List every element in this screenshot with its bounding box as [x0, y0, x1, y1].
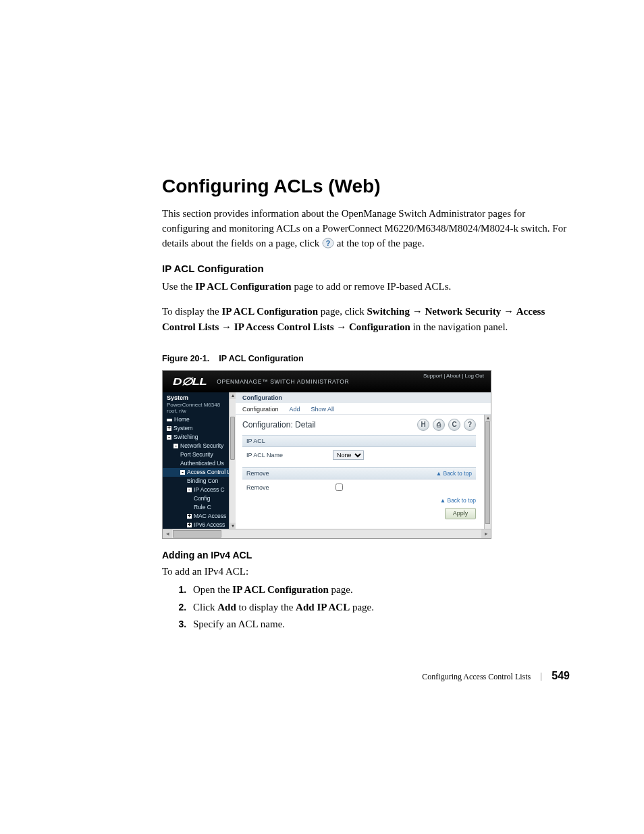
- step-2: Click Add to display the Add IP ACL page…: [189, 599, 570, 617]
- content-area: ▴ ▾ Configuration: Detail H ⎙ C ?: [236, 415, 491, 525]
- sidebar-item-network-security[interactable]: -Network Security: [163, 442, 236, 450]
- breadcrumb: Configuration: [236, 392, 491, 403]
- subsection-lead: To add an IPv4 ACL:: [162, 565, 570, 579]
- screenshot-ip-acl-config: D∅LL OPENMANAGE™ SWITCH ADMINISTRATOR Su…: [162, 370, 491, 539]
- footer-page-number: 549: [552, 670, 570, 681]
- tab-configuration[interactable]: Configuration: [242, 406, 279, 414]
- scroll-right-icon[interactable]: ▸: [481, 529, 491, 538]
- sidebar-item-rule[interactable]: Rule C: [163, 503, 236, 512]
- intro-tail: at the top of the page.: [337, 238, 425, 249]
- tab-add[interactable]: Add: [290, 406, 300, 414]
- tab-bar: Configuration Add Show All: [236, 403, 491, 415]
- sidebar-item-binding[interactable]: Binding Con: [163, 477, 236, 486]
- ipacl-name-select[interactable]: None: [333, 450, 364, 460]
- page-title: Configuring ACLs (Web): [162, 176, 570, 197]
- text: page, click: [318, 306, 367, 317]
- label-ipacl-name: IP ACL Name: [242, 452, 333, 459]
- text: page to add or remove IP-based ACLs.: [292, 281, 452, 292]
- horizontal-scrollbar[interactable]: ◂ ▸: [163, 529, 491, 538]
- save-icon[interactable]: H: [417, 419, 429, 431]
- sidebar-item-config[interactable]: Config: [163, 494, 236, 503]
- section-bar-label: IP ACL: [246, 438, 265, 444]
- footer-divider: [541, 673, 541, 681]
- text-bold: IP ACL Configuration: [195, 281, 292, 292]
- footer-chapter: Configuring Access Control Lists: [422, 672, 531, 681]
- remove-checkbox[interactable]: [336, 484, 343, 491]
- section-bar-label: Remove: [246, 470, 269, 477]
- top-links[interactable]: Support | About | Log Out: [423, 373, 484, 379]
- refresh-icon[interactable]: C: [448, 419, 460, 431]
- apply-button[interactable]: Apply: [445, 508, 476, 519]
- steps-list: Open the IP ACL Configuration page. Clic…: [162, 581, 570, 633]
- sidebar-item-switching[interactable]: -Switching: [163, 433, 236, 442]
- content-scrollbar[interactable]: ▴ ▾: [484, 415, 491, 539]
- detail-title: Configuration: Detail: [242, 420, 316, 429]
- text: To display the: [162, 306, 222, 317]
- scroll-thumb[interactable]: [485, 421, 490, 524]
- sidebar-item-mac-access[interactable]: +MAC Access: [163, 512, 236, 521]
- section-heading: IP ACL Configuration: [162, 263, 570, 274]
- sidebar-item-home[interactable]: Home: [163, 415, 236, 424]
- scroll-up-icon[interactable]: ▴: [485, 415, 491, 421]
- print-icon[interactable]: ⎙: [433, 419, 445, 431]
- step-3: Specify an ACL name.: [189, 616, 570, 633]
- scroll-left-icon[interactable]: ◂: [163, 529, 172, 538]
- navpath: Network Security: [425, 306, 501, 317]
- section-para-1: Use the IP ACL Configuration page to add…: [162, 280, 570, 294]
- sidebar-user: root, r/w: [167, 408, 232, 414]
- figure-number: Figure 20-1.: [162, 354, 209, 363]
- section-bar-ipacl: IP ACL: [242, 435, 476, 447]
- figure-caption: Figure 20-1.IP ACL Configuration: [162, 354, 570, 363]
- row-ipacl-name: IP ACL Name None: [242, 447, 476, 463]
- row-remove: Remove: [242, 479, 476, 496]
- step-1: Open the IP ACL Configuration page.: [189, 581, 570, 599]
- arrow-icon: →: [504, 305, 514, 317]
- sidebar-item-acl[interactable]: -Access Control L: [163, 468, 236, 477]
- section-para-2: To display the IP ACL Configuration page…: [162, 304, 570, 335]
- app-brand-text: OPENMANAGE™ SWITCH ADMINISTRATOR: [217, 378, 349, 385]
- help-icon[interactable]: ?: [464, 419, 476, 431]
- subsection-heading: Adding an IPv4 ACL: [162, 550, 570, 561]
- help-icon: ?: [322, 238, 334, 249]
- back-to-top-link[interactable]: ▲ Back to top: [436, 470, 472, 477]
- navpath: IP Access Control Lists: [234, 321, 334, 332]
- navpath: Configuration: [349, 321, 410, 332]
- sidebar-system-title: System: [167, 394, 232, 401]
- svg-text:?: ?: [326, 238, 331, 246]
- scroll-thumb[interactable]: [230, 417, 235, 460]
- text-bold: IP ACL Configuration: [222, 306, 319, 317]
- label-remove: Remove: [242, 484, 333, 491]
- main-panel: Configuration Configuration Add Show All…: [236, 392, 491, 529]
- sidebar-model: PowerConnect M6348: [167, 402, 232, 408]
- sidebar-item-port-security[interactable]: Port Security: [163, 450, 236, 459]
- arrow-icon: →: [336, 321, 346, 332]
- back-to-top-link[interactable]: ▲ Back to top: [440, 497, 476, 504]
- intro-paragraph: This section provides information about …: [162, 207, 570, 251]
- figure-title: IP ACL Configuration: [219, 354, 303, 363]
- text: Use the: [162, 281, 195, 292]
- dell-logo: D∅LL: [163, 375, 215, 388]
- navpath: Switching: [367, 306, 410, 317]
- section-bar-remove: Remove ▲ Back to top: [242, 467, 476, 479]
- arrow-icon: →: [412, 305, 423, 317]
- page-footer: Configuring Access Control Lists 549: [162, 670, 570, 682]
- sidebar-system-block: System PowerConnect M6348 root, r/w: [163, 392, 236, 415]
- sidebar-item-auth-users[interactable]: Authenticated Us: [163, 459, 236, 468]
- app-banner: D∅LL OPENMANAGE™ SWITCH ADMINISTRATOR Su…: [163, 371, 491, 392]
- scroll-thumb[interactable]: [173, 530, 221, 538]
- tab-show-all[interactable]: Show All: [311, 406, 335, 414]
- arrow-icon: →: [221, 321, 232, 332]
- scroll-up-icon[interactable]: ▴: [230, 392, 236, 399]
- text: in the navigation panel.: [410, 321, 508, 332]
- sidebar-item-ip-access[interactable]: -IP Access C: [163, 486, 236, 494]
- sidebar-item-system[interactable]: +System: [163, 424, 236, 433]
- sidebar-nav: System PowerConnect M6348 root, r/w Home…: [163, 392, 236, 529]
- sidebar-scrollbar[interactable]: ▴ ▾: [229, 392, 236, 529]
